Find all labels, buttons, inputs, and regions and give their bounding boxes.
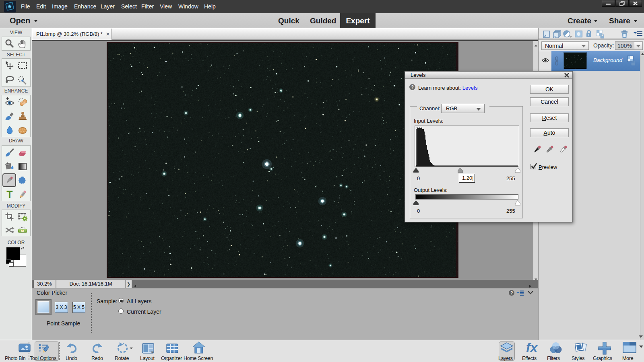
svg-text:fx: fx <box>526 341 538 355</box>
svg-text:T: T <box>6 189 12 200</box>
